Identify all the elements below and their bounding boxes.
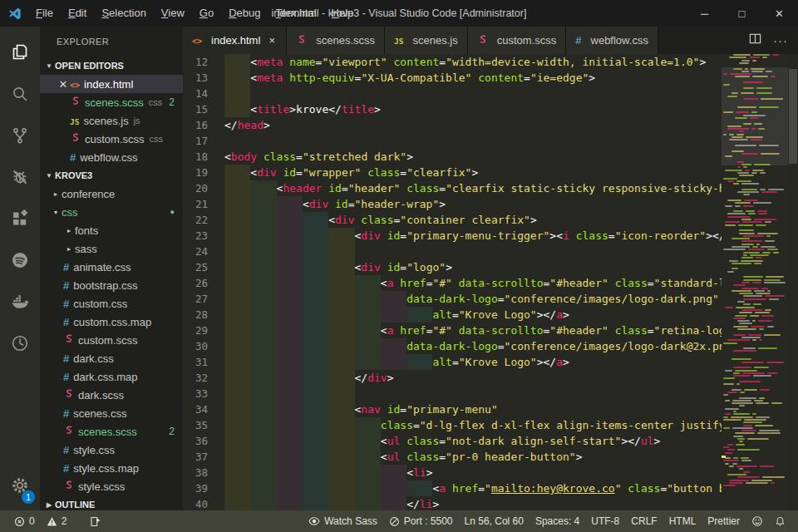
- error-circle-icon: [14, 516, 25, 527]
- item-label: scenes.scss: [78, 426, 137, 438]
- minimap-mark: [760, 466, 774, 467]
- minimap-mark: [730, 73, 751, 75]
- minimap-mark: [771, 402, 783, 404]
- open-editor-custom.scss[interactable]: custom.scsscss: [40, 130, 183, 148]
- line-number: 31: [183, 354, 221, 370]
- status-status-item[interactable]: Ln 56, Col 60: [459, 510, 530, 532]
- file-tree: ▸conference▾css●▸fonts▸sass#animate.css#…: [40, 185, 183, 495]
- maximize-button[interactable]: □: [723, 0, 761, 27]
- tree-item-sass[interactable]: ▸sass: [40, 239, 183, 258]
- minimap-mark: [745, 170, 750, 171]
- tree-item-scenes.css[interactable]: #scenes.css: [40, 404, 183, 422]
- code-editor[interactable]: 12<meta name="viewport" content="width=d…: [183, 54, 798, 510]
- open-editor-scenes.js[interactable]: JSscenes.jsjs: [40, 111, 183, 130]
- menu-go[interactable]: Go: [192, 0, 221, 27]
- minimize-button[interactable]: ─: [686, 0, 723, 27]
- status-status-item[interactable]: HTML: [663, 510, 702, 532]
- minimap-mark: [753, 303, 761, 305]
- settings-gear-icon[interactable]: 1: [0, 467, 40, 504]
- status-status-item[interactable]: UTF-8: [585, 510, 625, 532]
- scrollbar[interactable]: [788, 54, 798, 510]
- minimap-mark: [739, 175, 754, 176]
- eye-status-item[interactable]: Watch Sass: [303, 510, 383, 532]
- minimap-mark: [736, 180, 751, 182]
- tree-item-dark.scss[interactable]: dark.scss: [40, 386, 183, 404]
- minimap-mark: [727, 444, 733, 446]
- extensions-icon[interactable]: [0, 198, 40, 239]
- split-editor-icon[interactable]: [749, 32, 761, 48]
- menu-selection[interactable]: Selection: [94, 0, 153, 27]
- minimap-mark: [723, 134, 727, 135]
- status-status-item[interactable]: Prettier: [702, 510, 746, 532]
- bell-status-item[interactable]: [769, 510, 791, 532]
- minimap-mark: [732, 402, 753, 404]
- minimap-mark: [723, 485, 736, 486]
- circle-slash-status-item[interactable]: Port : 5500: [383, 510, 459, 532]
- files-icon[interactable]: [0, 32, 40, 73]
- minimap-mark: [727, 96, 737, 97]
- smiley-status-item[interactable]: [746, 510, 769, 532]
- tree-item-fonts[interactable]: ▸fonts: [40, 221, 183, 239]
- minimap-mark: [733, 54, 751, 56]
- close-icon[interactable]: ✕: [57, 78, 70, 91]
- menu-edit[interactable]: Edit: [61, 0, 94, 27]
- folder-root-header[interactable]: ▼ KROVE3: [40, 166, 183, 185]
- editor-group: <>index.html×scenes.scssJSscenes.jscusto…: [183, 27, 798, 510]
- status-status-item[interactable]: Spaces: 4: [530, 510, 585, 532]
- scrollbar-thumb[interactable]: [789, 69, 797, 164]
- warning-triangle-status-item[interactable]: 2: [41, 510, 73, 532]
- tree-item-dark.css[interactable]: #dark.css: [40, 349, 183, 367]
- minimap-mark: [738, 224, 753, 226]
- error-circle-status-item[interactable]: 0: [8, 510, 41, 532]
- tree-item-custom.css.map[interactable]: #custom.css.map: [40, 313, 183, 331]
- minimap-mark: [733, 367, 751, 368]
- tab-index.html[interactable]: <>index.html×: [183, 27, 287, 54]
- open-editor-webflow.css[interactable]: #webflow.css: [40, 148, 183, 166]
- status-status-item[interactable]: CRLF: [625, 510, 663, 532]
- tree-item-conference[interactable]: ▸conference: [40, 185, 183, 203]
- tab-label: webflow.css: [591, 34, 648, 47]
- minimap-mark: [727, 474, 746, 475]
- tab-scenes.js[interactable]: JSscenes.js: [385, 27, 468, 54]
- menu-terminal[interactable]: Terminal: [268, 0, 323, 27]
- minimap-mark: [743, 254, 747, 256]
- minimap-mark: [745, 68, 748, 70]
- tree-item-css[interactable]: ▾css●: [40, 203, 183, 221]
- menu-view[interactable]: View: [154, 0, 192, 27]
- tree-item-custom.scss[interactable]: custom.scss: [40, 331, 183, 349]
- tab-label: index.html: [211, 34, 260, 47]
- tree-item-style.css.map[interactable]: #style.css.map: [40, 459, 183, 477]
- close-button[interactable]: ✕: [761, 0, 798, 27]
- spotify-icon[interactable]: [0, 239, 40, 281]
- tree-item-animate.css[interactable]: #animate.css: [40, 258, 183, 276]
- tab-custom.scss[interactable]: custom.scss: [468, 27, 567, 54]
- item-label: fonts: [75, 224, 98, 237]
- menu-file[interactable]: File: [28, 0, 61, 27]
- open-editor-index.html[interactable]: ✕<>index.html: [40, 75, 183, 93]
- tab-scenes.scss[interactable]: scenes.scss: [287, 27, 385, 54]
- minimap-mark: [727, 200, 741, 201]
- close-icon[interactable]: ×: [267, 34, 277, 47]
- open-editors-header[interactable]: ▼ OPEN EDITORS: [40, 57, 183, 75]
- door-status-item[interactable]: [84, 510, 106, 532]
- tree-item-bootstrap.css[interactable]: #bootstrap.css: [40, 276, 183, 294]
- clock-icon[interactable]: [0, 323, 40, 364]
- menu-help[interactable]: Help: [324, 0, 362, 27]
- tree-item-scenes.scss[interactable]: scenes.scss2: [40, 422, 183, 441]
- minimap-mark: [742, 221, 762, 223]
- tree-item-custom.css[interactable]: #custom.css: [40, 294, 183, 313]
- docker-icon[interactable]: [0, 281, 40, 323]
- debug-icon[interactable]: [0, 156, 40, 198]
- tab-webflow.css[interactable]: #webflow.css: [566, 27, 658, 54]
- minimap[interactable]: [722, 54, 788, 510]
- tree-item-style.css[interactable]: #style.css: [40, 441, 183, 459]
- menu-debug[interactable]: Debug: [221, 0, 268, 27]
- search-icon[interactable]: [0, 73, 40, 115]
- outline-header[interactable]: ▶ OUTLINE: [40, 495, 183, 510]
- minimap-mark: [723, 446, 729, 448]
- source-control-icon[interactable]: [0, 115, 40, 156]
- more-actions-icon[interactable]: ···: [773, 33, 788, 47]
- open-editor-scenes.scss[interactable]: scenes.scsscss2: [40, 93, 183, 111]
- tree-item-style.scss[interactable]: style.scss: [40, 477, 183, 495]
- tree-item-dark.css.map[interactable]: #dark.css.map: [40, 367, 183, 386]
